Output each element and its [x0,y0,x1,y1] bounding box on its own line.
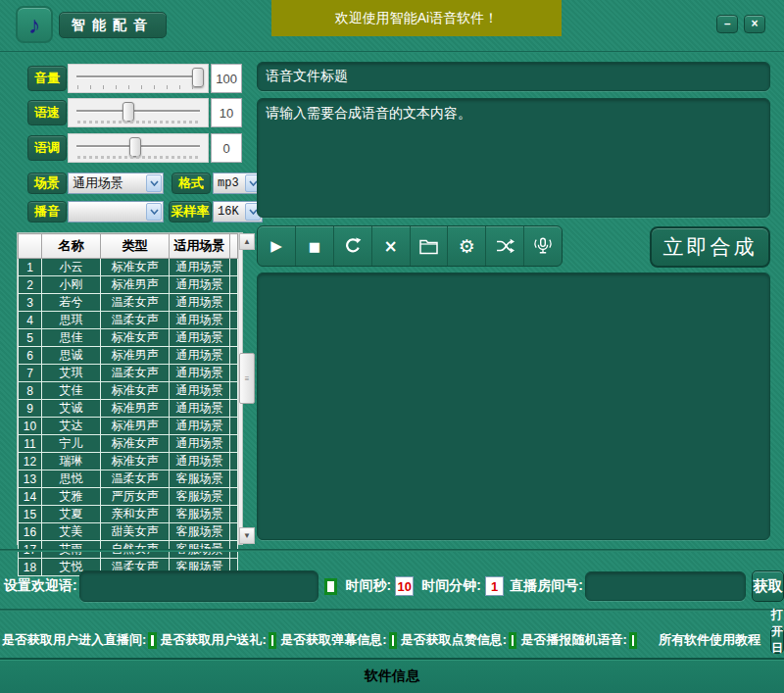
table-row[interactable]: 11宁儿标准女声通用场景 [19,435,238,453]
table-cell: 思琪 [42,312,101,329]
table-row[interactable]: 14艾雅严厉女声客服场景 [19,488,238,506]
table-cell: 标准男声 [101,400,170,418]
settings-button[interactable]: ⚙ [448,226,486,266]
volume-value: 100 [211,64,242,93]
chevron-down-icon[interactable] [146,203,162,221]
scroll-up-icon[interactable]: ▲ [239,233,255,250]
slider-thumb[interactable] [122,102,134,122]
microphone-button[interactable] [524,226,562,266]
slider-thumb[interactable] [129,137,141,157]
scroll-down-icon[interactable]: ▼ [239,527,255,544]
app-window: ♪ 智能配音 欢迎使用智能Ai语音软件！ － × 音量 100 语速 10 语调… [0,0,784,693]
header-scene[interactable]: 适用场景 [170,234,230,259]
stop-button[interactable]: ■ [296,226,334,266]
close-x-icon: × [383,236,397,256]
table-row[interactable]: 4思琪温柔女声通用场景 [19,312,238,329]
header-name[interactable]: 名称 [42,234,101,259]
welcome-message-input[interactable] [79,570,318,602]
slider-thumb[interactable] [192,68,204,87]
welcome-checkbox[interactable] [324,578,337,595]
speed-slider[interactable] [68,98,209,127]
table-row[interactable]: 15艾夏亲和女声客服场景 [19,506,238,523]
software-info-label: 软件信息 [365,668,419,685]
announcer-label: 播音 [27,201,67,223]
header-type[interactable]: 类型 [101,234,170,259]
get-button[interactable]: 获取 [752,570,784,602]
shuffle-button[interactable] [486,226,524,266]
synthesize-button[interactable]: 立即合成 [650,226,770,268]
table-cell: 小云 [42,259,101,276]
format-select[interactable]: mp3 [213,173,263,194]
table-cell-spacer [230,382,238,400]
samplerate-select[interactable]: 16K [213,201,263,223]
room-number-label: 直播房间号: [510,577,583,595]
table-scrollbar[interactable]: ▲ ≡ ▼ [238,233,242,544]
open-diary-button[interactable]: 打开日记 [770,627,784,654]
announcer-select[interactable] [68,201,164,223]
play-button[interactable]: ▶ [258,226,296,266]
scene-select[interactable]: 通用场景 [68,173,164,194]
microphone-icon [532,236,554,256]
table-cell: 通用场景 [170,294,230,312]
table-cell: 标准女声 [101,259,170,276]
table-row[interactable]: 12瑞琳标准女声通用场景 [19,453,238,470]
chevron-down-icon[interactable] [146,174,162,192]
table-row[interactable]: 8艾佳标准女声通用场景 [19,382,238,400]
refresh-button[interactable] [334,226,372,266]
table-row[interactable]: 16艾美甜美女声客服场景 [19,523,238,541]
option-random-voice-checkbox[interactable] [629,632,637,649]
minimize-button[interactable]: － [716,15,738,33]
table-cell: 通用场景 [170,365,230,382]
table-cell: 艾达 [42,418,101,435]
option-enter-room-checkbox[interactable] [148,632,156,649]
samplerate-select-value: 16K [218,205,239,219]
speech-text-input[interactable]: 请输入需要合成语音的文本内容。 [257,98,770,218]
table-cell: 8 [19,382,42,400]
table-cell-spacer [230,470,238,488]
samplerate-label: 采样率 [169,201,212,223]
table-cell: 客服场景 [170,523,230,541]
table-row[interactable]: 9艾诚标准男声通用场景 [19,400,238,418]
voice-title-input[interactable] [257,62,770,91]
table-cell: 思诚 [42,347,101,365]
separator [0,549,784,552]
live-settings-row: 设置欢迎语: 时间秒: 10 时间分钟: 1 直播房间号: 获取 [0,569,784,604]
play-icon: ▶ [270,237,282,255]
table-cell: 温柔女声 [101,470,170,488]
volume-slider[interactable] [68,64,209,93]
option-gift-checkbox[interactable] [269,632,276,649]
folder-icon [418,237,439,255]
table-cell: 艾美 [42,523,101,541]
table-row[interactable]: 5思佳标准女声通用场景 [19,329,238,347]
table-cell-spacer [230,488,238,506]
option-like-checkbox[interactable] [509,632,516,649]
minutes-value[interactable]: 1 [485,576,504,596]
seconds-label: 时间秒: [345,577,391,595]
option-danmu-label: 是否获取弹幕信息: [280,631,386,649]
table-cell: 客服场景 [170,470,230,488]
table-cell: 瑞琳 [42,453,101,470]
table-cell: 15 [19,506,42,523]
close-button[interactable]: × [744,15,765,33]
table-row[interactable]: 1小云标准女声通用场景 [19,259,238,276]
table-cell: 标准女声 [101,453,170,470]
table-row[interactable]: 7艾琪温柔女声通用场景 [19,365,238,382]
clear-button[interactable]: × [372,226,411,266]
table-row[interactable]: 13思悦温柔女声客服场景 [19,470,238,488]
shuffle-icon [495,237,515,255]
pitch-slider[interactable] [68,133,209,163]
gear-icon: ⚙ [459,235,475,257]
table-row[interactable]: 10艾达标准男声通用场景 [19,418,238,435]
seconds-value[interactable]: 10 [395,576,414,596]
tutorial-link[interactable]: 所有软件使用教程 [659,631,760,649]
table-row[interactable]: 6思诚标准男声通用场景 [19,347,238,365]
table-row[interactable]: 3若兮温柔女声通用场景 [19,294,238,312]
table-cell: 标准女声 [101,435,170,453]
option-danmu-checkbox[interactable] [389,632,397,649]
scrollbar-thumb[interactable]: ≡ [239,353,255,404]
table-row[interactable]: 2小刚标准男声通用场景 [19,276,238,294]
table-cell: 通用场景 [170,259,230,276]
room-number-input[interactable] [585,571,746,601]
open-folder-button[interactable] [411,226,449,266]
table-cell: 思悦 [42,470,101,488]
